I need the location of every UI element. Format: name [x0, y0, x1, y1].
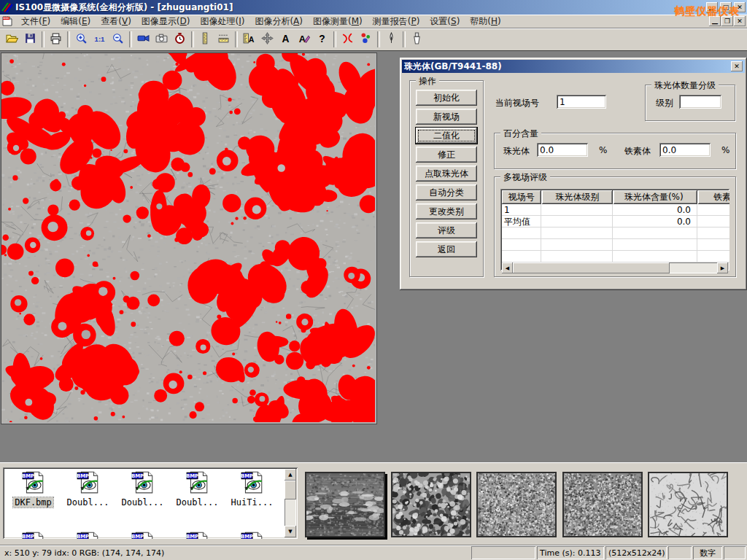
file-item[interactable]: BMP: [225, 530, 279, 539]
open-button[interactable]: [3, 31, 21, 48]
hscroll-thumb[interactable]: [513, 262, 670, 273]
menu-image-measure[interactable]: 图像测量(M): [308, 15, 368, 28]
zoom-out-button[interactable]: [109, 31, 127, 48]
mdi-client-area: 珠光体(GB/T9441-88) ✕ 操作 初始化新视场二值化修正点取珠光体自动…: [0, 50, 747, 462]
bmp-file-icon: BMP: [186, 530, 209, 539]
measure-text-icon: A: [243, 32, 255, 47]
mdi-minimize-button[interactable]: —: [709, 16, 721, 26]
scroll-up-button[interactable]: ▲: [285, 469, 296, 481]
window-title: IS100显微摄像系统(金相分析版) - [zhuguangti01]: [15, 1, 704, 14]
svg-text:BMP: BMP: [241, 534, 253, 539]
dialog-title-bar[interactable]: 珠光体(GB/T9441-88) ✕: [402, 60, 745, 73]
svg-text:BMP: BMP: [77, 534, 89, 539]
file-item[interactable]: BMPDoubl...: [115, 470, 170, 508]
dialog-close-button[interactable]: ✕: [731, 61, 743, 71]
annotate-button[interactable]: A: [295, 31, 313, 48]
file-item[interactable]: BMP: [170, 530, 225, 539]
micrograph-thumbnail[interactable]: [476, 472, 557, 537]
file-browser[interactable]: BMPDKF.bmpBMPDoubl...BMPDoubl...BMPDoubl…: [3, 467, 298, 539]
move-button[interactable]: [258, 31, 276, 48]
print-button[interactable]: [47, 31, 65, 48]
mdi-restore-button[interactable]: ❐: [721, 16, 733, 26]
menu-view[interactable]: 查看(V): [96, 15, 136, 28]
file-item[interactable]: BMPHuiTi...: [225, 470, 279, 508]
menu-help[interactable]: 帮助(H): [465, 15, 506, 28]
bmp-file-icon: BMP: [77, 530, 100, 539]
scroll-right-button[interactable]: ▶: [717, 262, 728, 273]
grade-level-input[interactable]: [679, 95, 721, 109]
curve-tool-button[interactable]: [338, 31, 357, 48]
scroll-down-button[interactable]: ▼: [285, 526, 296, 537]
correct-button[interactable]: 修正: [416, 147, 477, 163]
vscroll-thumb[interactable]: [285, 481, 296, 499]
auto-classify-button[interactable]: 自动分类: [416, 184, 477, 201]
new-field-button[interactable]: 新视场: [416, 109, 477, 125]
phase-particles-button[interactable]: [357, 31, 375, 48]
menu-image-display[interactable]: 图像显示(D): [136, 15, 196, 28]
table-row[interactable]: [502, 239, 729, 251]
save-button[interactable]: [21, 31, 39, 48]
zoom-in-button[interactable]: [72, 31, 90, 48]
text-button[interactable]: A: [276, 31, 295, 48]
change-class-button[interactable]: 更改类别: [416, 203, 477, 219]
svg-text:BMP: BMP: [22, 473, 34, 479]
menu-edit[interactable]: 编辑(E): [55, 15, 96, 28]
flashlight-button[interactable]: [408, 31, 426, 48]
micrograph-thumbnail[interactable]: [391, 472, 471, 537]
table-row[interactable]: 10.0: [502, 204, 729, 216]
menu-settings[interactable]: 设置(S): [425, 15, 465, 28]
file-item[interactable]: BMPDKF.bmp: [6, 470, 61, 508]
file-item[interactable]: BMPDoubl...: [61, 470, 115, 508]
pen-button[interactable]: [382, 31, 400, 48]
measure-text-button[interactable]: A: [240, 31, 258, 48]
micrograph-image[interactable]: [1, 52, 377, 424]
operation-group-label: 操作: [416, 75, 439, 88]
menu-measure-report[interactable]: 测量报告(P): [368, 15, 425, 28]
micrograph-thumbnail[interactable]: [562, 472, 643, 537]
menu-file[interactable]: 文件(F): [16, 15, 55, 28]
minimize-button[interactable]: —: [706, 2, 718, 12]
menu-image-processing[interactable]: 图像处理(I): [195, 15, 249, 28]
ferrite-percent-input[interactable]: [659, 143, 711, 157]
vscroll-track[interactable]: [285, 499, 296, 526]
table-hscrollbar[interactable]: ◀ ▶: [502, 262, 728, 273]
help-button[interactable]: ?: [313, 31, 331, 48]
dialog-title: 珠光体(GB/T9441-88): [404, 61, 731, 73]
grade-button[interactable]: 评级: [416, 222, 477, 238]
file-item[interactable]: BMPDoubl...: [170, 470, 225, 508]
grading-table[interactable]: 视场号珠光体级别珠光体含量(%)铁素体10.0平均值0.0: [500, 189, 729, 271]
menu-image-analysis[interactable]: 图像分析(A): [249, 15, 308, 28]
file-item[interactable]: BMP: [115, 530, 170, 539]
table-row[interactable]: [502, 251, 729, 262]
video-camera-button[interactable]: [134, 31, 152, 48]
document-icon[interactable]: DOC: [1, 15, 13, 27]
annotate-icon: A: [298, 32, 310, 47]
camera-button[interactable]: [152, 31, 171, 48]
table-header[interactable]: 珠光体级别: [542, 190, 613, 204]
pearlite-percent-input[interactable]: [537, 143, 588, 157]
timer-button[interactable]: [171, 31, 189, 48]
file-item[interactable]: BMP: [6, 530, 61, 539]
table-row[interactable]: 平均值0.0: [502, 216, 729, 228]
scroll-left-button[interactable]: ◀: [502, 262, 513, 273]
caliper-button[interactable]: [196, 31, 214, 48]
maximize-button[interactable]: □: [720, 2, 732, 12]
file-vscrollbar[interactable]: ▲ ▼: [285, 469, 296, 537]
table-header[interactable]: 珠光体含量(%): [614, 190, 697, 204]
file-item[interactable]: BMP: [61, 530, 115, 539]
ruler-button[interactable]: [214, 31, 233, 48]
micrograph-thumbnail[interactable]: [305, 472, 385, 537]
close-button[interactable]: ✕: [734, 2, 746, 12]
pick-pearlite-button[interactable]: 点取珠光体: [416, 166, 477, 182]
table-row[interactable]: [502, 228, 729, 239]
return-button[interactable]: 返回: [416, 241, 477, 257]
table-header[interactable]: 铁素体: [698, 190, 729, 204]
binarize-button[interactable]: 二值化: [416, 128, 477, 144]
actual-size-button[interactable]: 1:1: [90, 31, 109, 48]
micrograph-thumbnail[interactable]: [648, 472, 728, 537]
current-field-input[interactable]: [557, 95, 606, 109]
hscroll-track[interactable]: [670, 262, 717, 273]
table-header[interactable]: 视场号: [502, 190, 541, 204]
mdi-close-button[interactable]: ✕: [734, 16, 746, 26]
init-button[interactable]: 初始化: [416, 90, 477, 106]
